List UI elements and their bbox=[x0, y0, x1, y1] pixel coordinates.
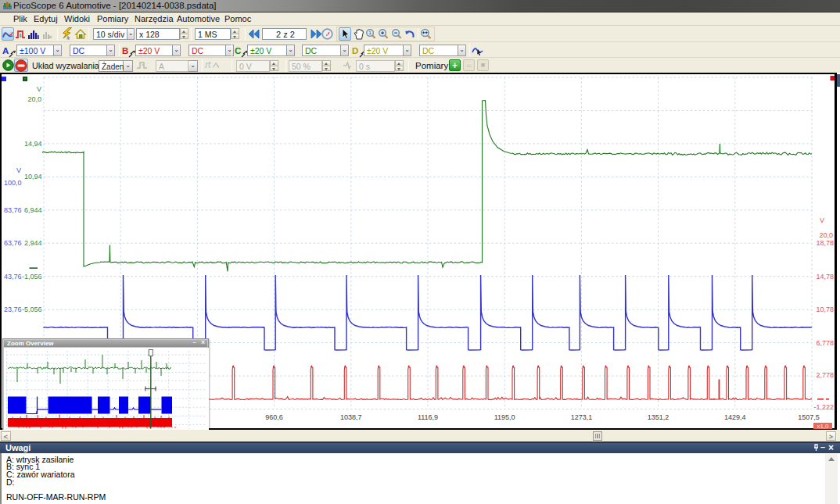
svg-text:x1,0: x1,0 bbox=[817, 423, 829, 430]
svg-text:2,778: 2,778 bbox=[816, 371, 834, 379]
svg-text:1429,4: 1429,4 bbox=[724, 413, 746, 421]
svg-text:2,944: 2,944 bbox=[24, 239, 42, 247]
svg-text:63,76: 63,76 bbox=[4, 239, 22, 247]
svg-text:1507,5: 1507,5 bbox=[798, 413, 820, 421]
svg-text:6,778: 6,778 bbox=[816, 339, 834, 347]
svg-text:-5,056: -5,056 bbox=[22, 306, 42, 313]
svg-text:10,78: 10,78 bbox=[816, 306, 834, 313]
svg-text:83,76: 83,76 bbox=[4, 206, 22, 214]
svg-text:V: V bbox=[37, 85, 41, 93]
svg-text:1273,1: 1273,1 bbox=[571, 413, 593, 421]
svg-text:1116,9: 1116,9 bbox=[418, 413, 438, 421]
svg-text:10,94: 10,94 bbox=[24, 173, 42, 181]
svg-text:-1,222: -1,222 bbox=[813, 403, 834, 411]
svg-text:14,94: 14,94 bbox=[24, 140, 42, 148]
svg-text:1195,0: 1195,0 bbox=[494, 413, 515, 421]
svg-text:-1,056: -1,056 bbox=[22, 273, 42, 281]
svg-text:6,944: 6,944 bbox=[24, 206, 42, 214]
svg-text:1351,2: 1351,2 bbox=[648, 413, 669, 421]
svg-text:V: V bbox=[820, 216, 824, 224]
svg-text:20,0: 20,0 bbox=[27, 95, 41, 103]
svg-text:43,76: 43,76 bbox=[4, 273, 22, 281]
svg-text:18,78: 18,78 bbox=[816, 239, 834, 247]
svg-text:20,0: 20,0 bbox=[819, 231, 833, 239]
svg-text:23,76: 23,76 bbox=[4, 306, 22, 313]
svg-text:V: V bbox=[16, 166, 21, 174]
svg-text:14,78: 14,78 bbox=[816, 273, 834, 281]
svg-text:100,0: 100,0 bbox=[4, 179, 22, 187]
svg-text:1038,7: 1038,7 bbox=[340, 413, 362, 421]
svg-text:960,6: 960,6 bbox=[265, 413, 283, 421]
svg-text:1: 1 bbox=[369, 30, 372, 35]
